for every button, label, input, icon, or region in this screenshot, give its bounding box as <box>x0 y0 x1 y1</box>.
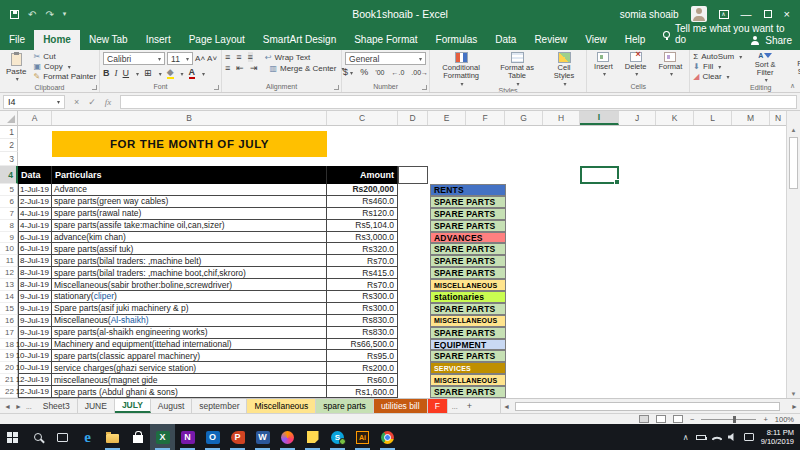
clear-button[interactable]: ◢Clear▾ <box>693 72 742 81</box>
file-explorer-button[interactable] <box>100 424 125 450</box>
row-header[interactable]: 14 <box>0 291 18 303</box>
category-label-cell[interactable]: SERVICES <box>430 362 506 374</box>
ribbon-tab[interactable]: Review <box>525 30 576 50</box>
amount-cell[interactable]: Rs66,500.0 <box>327 339 398 351</box>
hyperlink-text[interactable]: Al-shaikh) <box>111 315 149 325</box>
enter-formula-icon[interactable]: ✓ <box>88 97 96 107</box>
comma-style-button[interactable]: ’00 <box>375 69 384 76</box>
borders-icon[interactable]: ⊞ <box>144 68 152 78</box>
table-row[interactable]: 13 8-Jul-19 Miscellaneous(sabir brother:… <box>0 279 786 291</box>
conditional-formatting-button[interactable]: Conditional Formatting▾ <box>433 52 489 87</box>
table-row[interactable]: 12 8-Jul-19 spare parts(bilal traders: ,… <box>0 267 786 279</box>
date-cell[interactable]: 6-Jul-19 <box>18 243 52 255</box>
particulars-cell[interactable]: stationary(cliper) <box>52 291 327 303</box>
vertical-scroll-thumb[interactable] <box>789 137 798 189</box>
taskbar-search-button[interactable] <box>25 424 50 450</box>
formula-input[interactable] <box>120 95 797 109</box>
row-header[interactable]: 13 <box>0 279 18 291</box>
font-size-select[interactable]: 11▾ <box>167 52 193 65</box>
font-name-select[interactable]: Calibri▾ <box>103 52 165 65</box>
date-cell[interactable]: 9-Jul-19 <box>18 315 52 327</box>
tab-scroll-right-icon[interactable]: ► <box>15 403 22 410</box>
particulars-cell[interactable]: spare parts (Abdul ghani & sons) <box>52 386 327 398</box>
particulars-cell[interactable]: spare parts(green way cables) <box>52 196 327 208</box>
date-cell[interactable]: 9-Jul-19 <box>18 291 52 303</box>
cut-button[interactable]: ✂Cut <box>33 52 96 61</box>
row-header[interactable]: 7 <box>0 208 18 220</box>
category-label-cell[interactable]: SPARE PARTS <box>430 255 506 267</box>
row-header[interactable]: 6 <box>0 196 18 208</box>
amount-cell[interactable]: Rs200.0 <box>327 362 398 374</box>
particulars-cell[interactable]: spare parts(rawal nate) <box>52 208 327 220</box>
category-label-cell[interactable]: EQUIPMENT <box>430 339 506 351</box>
ribbon-tab[interactable]: Insert <box>137 30 180 50</box>
table-row[interactable]: 6 2-Jul-19 spare parts(green way cables)… <box>0 196 786 208</box>
row-header[interactable]: 1 <box>0 126 18 139</box>
column-header[interactable]: F <box>466 111 505 125</box>
table-row[interactable]: 14 9-Jul-19 stationary(cliper) Rs300.0 s… <box>0 291 786 303</box>
row-header[interactable]: 17 <box>0 327 18 339</box>
category-label-cell[interactable]: SPARE PARTS <box>430 243 506 255</box>
fill-button[interactable]: ⬇Fill▾ <box>693 62 742 71</box>
battery-icon[interactable] <box>696 435 706 440</box>
sheet-tab[interactable]: Miscellaneous <box>247 399 316 413</box>
table-row[interactable]: 21 12-Jul-19 miscellaneous(magnet gide R… <box>0 374 786 386</box>
category-label-cell[interactable]: MISCELLANEOUS <box>430 279 506 291</box>
particulars-cell[interactable]: Spare parts(asif juki machinery & p) <box>52 303 327 315</box>
shrink-font-button[interactable]: A˅ <box>207 54 217 63</box>
store-button[interactable] <box>125 424 150 450</box>
particulars-cell[interactable]: miscellaneous(magnet gide <box>52 374 327 386</box>
normal-view-icon[interactable] <box>639 415 649 423</box>
date-cell[interactable]: 4-Jul-19 <box>18 220 52 232</box>
number-format-select[interactable]: General▾ <box>345 52 426 65</box>
amount-cell[interactable]: Rs460.0 <box>327 196 398 208</box>
table-row[interactable]: 10 6-Jul-19 spare parts(assif tuk) Rs320… <box>0 243 786 255</box>
select-all-button[interactable] <box>0 111 18 125</box>
category-label-cell[interactable]: SPARE PARTS <box>430 386 506 398</box>
close-button[interactable]: × <box>784 8 790 20</box>
tab-scroll-left-icon[interactable]: ◄ <box>4 403 11 410</box>
amount-cell[interactable]: Rs200,000 <box>327 184 398 196</box>
table-row[interactable]: 17 9-Jul-19 spare parts(al-shaikh engine… <box>0 327 786 339</box>
user-name[interactable]: somia shoaib <box>620 9 679 20</box>
column-header[interactable]: J <box>619 111 656 125</box>
worksheet-grid[interactable]: A B C D E F G H I J K L <box>0 111 800 398</box>
category-label-cell[interactable]: ADVANCES <box>430 232 506 244</box>
user-avatar[interactable] <box>691 6 707 22</box>
column-header[interactable]: D <box>398 111 428 125</box>
date-cell[interactable]: 8-Jul-19 <box>18 255 52 267</box>
category-label-cell[interactable]: SPARE PARTS <box>430 267 506 279</box>
sheet-tab[interactable]: JUNE <box>78 399 115 413</box>
ribbon-tab[interactable]: Help <box>616 30 655 50</box>
dialog-launcher-icon[interactable] <box>334 85 339 90</box>
table-row[interactable]: 7 4-Jul-19 spare parts(rawal nate) Rs120… <box>0 208 786 220</box>
row-header[interactable]: 12 <box>0 267 18 279</box>
more-sheets-left[interactable]: ... <box>26 403 32 410</box>
ribbon-tab[interactable]: SmartArt Design <box>254 30 345 50</box>
selected-cell-i4[interactable] <box>580 166 619 184</box>
particulars-cell[interactable]: advance(kim chan) <box>52 232 327 244</box>
sheet-tab[interactable]: JULY <box>115 399 151 413</box>
particulars-cell[interactable]: spare parts(al-shaikh engineering works) <box>52 327 327 339</box>
tray-expand-icon[interactable]: ∧ <box>683 433 689 442</box>
zoom-slider-thumb[interactable] <box>733 416 736 423</box>
date-cell[interactable]: 9-Jul-19 <box>18 327 52 339</box>
excel-button[interactable]: X <box>150 424 175 450</box>
column-header[interactable]: N <box>770 111 787 125</box>
bold-button[interactable]: B <box>103 68 110 78</box>
page-break-view-icon[interactable] <box>673 415 683 423</box>
fill-color-icon[interactable]: ◆ <box>167 67 174 79</box>
zoom-out-icon[interactable]: − <box>690 415 694 424</box>
column-header[interactable]: M <box>732 111 770 125</box>
category-label-cell[interactable]: RENTS <box>430 184 506 196</box>
scroll-right-icon[interactable]: ► <box>791 403 798 410</box>
category-label-cell[interactable]: MISCELLANEOUS <box>430 374 506 386</box>
column-header[interactable]: I <box>580 111 619 125</box>
more-sheets-right[interactable]: ... <box>452 403 458 410</box>
particulars-cell[interactable]: spare parts(bilal traders: ,machine boot… <box>52 267 327 279</box>
date-cell[interactable]: 12-Jul-19 <box>18 374 52 386</box>
sheet-tab[interactable]: August <box>151 399 192 413</box>
date-cell[interactable]: 8-Jul-19 <box>18 279 52 291</box>
ribbon-tab[interactable]: Data <box>486 30 525 50</box>
find-select-button[interactable]: Find & Select▾ <box>788 52 800 83</box>
